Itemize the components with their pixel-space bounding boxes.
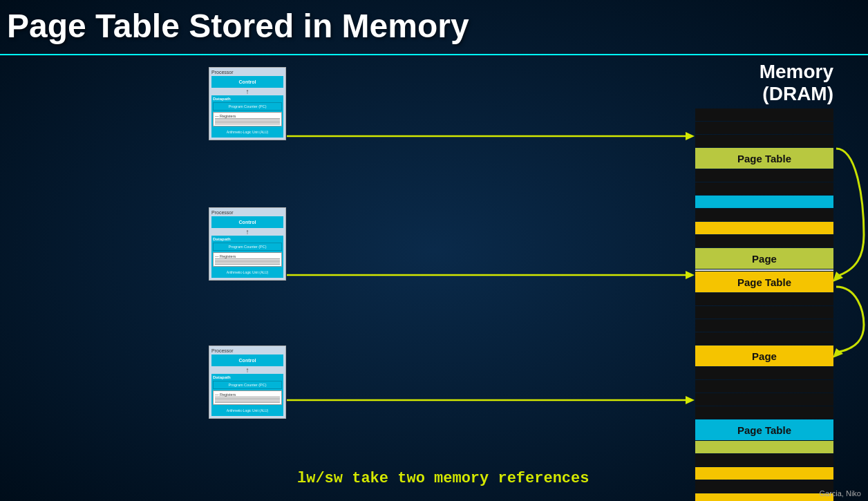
reg-line [215, 118, 280, 119]
reg-line [215, 401, 280, 401]
page-table-2: Page Table [695, 272, 833, 292]
reg-line [215, 260, 280, 261]
memory-title: Memory (DRAM) [695, 61, 833, 105]
mem-row-10 [695, 306, 833, 319]
proc2-arrow: ↑ [211, 229, 283, 235]
mem-row-13 [695, 367, 833, 379]
mem-row-5 [695, 169, 833, 182]
reg-line [215, 122, 280, 123]
mem-row-6 [695, 182, 833, 195]
proc1-pc: Program Counter (PC) [213, 102, 282, 111]
proc3-alu: Arithmetic-Logic Unit (ALU) [213, 406, 282, 415]
page-1: Page [695, 248, 833, 269]
proc3-pc: Program Counter (PC) [213, 381, 282, 389]
proc3-datapath: Datapath Program Counter (PC) — Register… [211, 374, 283, 416]
proc3-arrow: ↑ [211, 368, 283, 373]
mem-row-2 [695, 122, 833, 134]
reg-line [215, 263, 280, 263]
proc1-arrow: ↑ [211, 89, 283, 95]
proc2-label: Processor [211, 210, 283, 215]
mem-row-18 [695, 480, 833, 493]
page-table-1: Page Table [695, 148, 833, 169]
mem-row-16 [695, 406, 833, 419]
reg-line [215, 402, 280, 403]
proc2-control: Control [211, 216, 283, 228]
proc3-control: Control [211, 355, 283, 366]
reg-line [215, 264, 280, 265]
proc2-registers: — Registers [213, 252, 282, 267]
mem-row-yellow2 [695, 467, 833, 480]
proc1-datapath-label: Datapath [213, 97, 282, 101]
processor-2: Processor Control ↑ Datapath Program Cou… [209, 207, 286, 281]
proc3-registers: — Registers [213, 390, 282, 405]
proc3-label: Processor [211, 348, 283, 353]
credit-text: Garcia, Niko [819, 489, 861, 498]
proc2-alu: Arithmetic-Logic Unit (ALU) [213, 268, 282, 276]
reg-line [215, 261, 280, 262]
svg-marker-6 [833, 272, 843, 282]
page-title: Page Table Stored in Memory [7, 7, 469, 45]
mem-row-9 [695, 293, 833, 305]
proc2-pc: Program Counter (PC) [213, 243, 282, 251]
reg-line [215, 121, 280, 122]
proc3-datapath-label: Datapath [213, 375, 282, 379]
bottom-text: lw/sw take two memory references [297, 470, 589, 487]
svg-marker-5 [686, 396, 695, 404]
reg-line [215, 258, 280, 259]
mem-row-green2 [695, 441, 833, 453]
mem-white-line [695, 270, 833, 271]
mem-row-17 [695, 454, 833, 466]
reg-line [215, 397, 280, 397]
page-2: Page [695, 346, 833, 366]
mem-row-cyan1 [695, 196, 833, 208]
proc2-datapath: Datapath Program Counter (PC) — Register… [211, 236, 283, 278]
proc1-control: Control [211, 76, 283, 88]
svg-marker-1 [686, 132, 695, 140]
processor-3: Processor Control ↑ Datapath Program Cou… [209, 346, 286, 419]
page-table-3: Page Table [695, 419, 833, 440]
proc1-label: Processor [211, 70, 283, 75]
svg-marker-3 [686, 271, 695, 279]
mem-row-yellow1 [695, 222, 833, 234]
mem-row-14 [695, 380, 833, 393]
reg-line [215, 120, 280, 120]
mem-row-8 [695, 235, 833, 247]
mem-row-3 [695, 135, 833, 147]
processor-1: Processor Control ↑ Datapath Program Cou… [209, 67, 286, 140]
mem-row-12 [695, 332, 833, 345]
mem-row-yellow3 [695, 493, 833, 501]
reg-line [215, 398, 280, 399]
reg-line [215, 124, 280, 124]
mem-row-15 [695, 393, 833, 406]
mem-row-11 [695, 319, 833, 332]
mem-row-7 [695, 209, 833, 221]
mem-row-1 [695, 108, 833, 121]
memory-section: Memory (DRAM) Page Table Page Page Table… [695, 61, 833, 501]
proc2-datapath-label: Datapath [213, 237, 282, 241]
proc1-alu: Arithmetic-Logic Unit (ALU) [213, 128, 282, 136]
reg-line [215, 399, 280, 400]
proc1-datapath: Datapath Program Counter (PC) — Register… [211, 95, 283, 138]
top-divider [0, 54, 868, 55]
svg-marker-7 [833, 348, 843, 358]
proc1-registers: — Registers [213, 112, 282, 126]
